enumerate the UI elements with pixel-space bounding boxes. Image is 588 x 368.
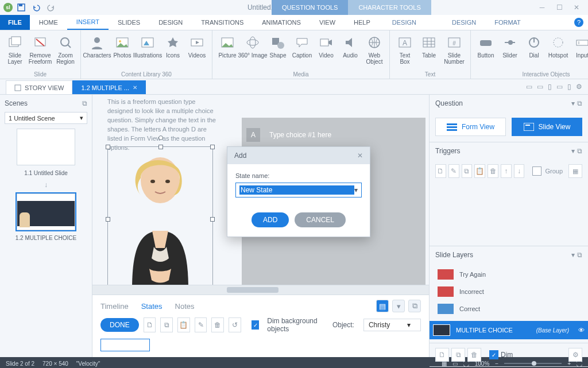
help-icon[interactable]: ? — [574, 18, 583, 27]
move-up-icon[interactable]: ↑ — [501, 164, 512, 178]
fit-window-icon[interactable]: ⛶ — [463, 361, 469, 367]
new-state-icon[interactable]: 🗋 — [144, 317, 156, 332]
tab-file[interactable]: FILE — [0, 15, 30, 30]
add-button[interactable]: ADD — [252, 212, 289, 227]
input-button[interactable]: Input — [572, 33, 588, 71]
copy-trigger-icon[interactable]: ⧉ — [462, 164, 473, 178]
characters-button[interactable]: Characters — [86, 33, 109, 71]
shape-button[interactable]: Shape — [268, 33, 288, 71]
object-dropdown[interactable]: Christy▾ — [363, 319, 421, 331]
visibility-icon[interactable]: 👁 — [578, 327, 585, 334]
tab-slides[interactable]: SLIDES — [109, 15, 149, 30]
audio-button[interactable]: Audio — [340, 33, 361, 71]
text-box-button[interactable]: AText Box — [394, 33, 415, 71]
edit-trigger-icon[interactable]: ✎ — [448, 164, 459, 178]
close-tab-icon[interactable]: ✕ — [133, 84, 137, 91]
view-grid-icon[interactable]: ▦ — [442, 361, 447, 367]
minimize-icon[interactable]: ─ — [534, 2, 550, 13]
delete-trigger-icon[interactable]: 🗑 — [488, 164, 498, 178]
icons-button[interactable]: Icons — [163, 33, 183, 71]
tab-timeline[interactable]: Timeline — [100, 302, 129, 311]
zoom-fit-icon[interactable]: ⛶ — [577, 361, 582, 367]
tab-design[interactable]: DESIGN — [149, 15, 192, 30]
paste-trigger-icon[interactable]: 📋 — [474, 164, 485, 178]
layer-incorrect[interactable]: Incorrect — [435, 284, 582, 299]
group-checkbox[interactable] — [532, 166, 541, 176]
dim-layers-checkbox[interactable]: ✓ — [489, 350, 498, 359]
tablet-portrait-icon[interactable]: ▯ — [548, 83, 552, 91]
phone-landscape-icon[interactable]: ▭ — [556, 83, 563, 91]
paste-state-icon[interactable]: 📋 — [177, 317, 190, 332]
remove-freeform-button[interactable]: Remove Freeform — [29, 33, 52, 71]
undo-icon[interactable] — [30, 1, 42, 14]
edit-state-icon[interactable]: ✎ — [195, 317, 207, 332]
move-down-icon[interactable]: ↓ — [514, 164, 525, 178]
desktop-view-icon[interactable]: ▭ — [526, 83, 532, 91]
save-icon[interactable] — [15, 1, 28, 14]
tablet-landscape-icon[interactable]: ▭ — [537, 83, 543, 91]
view-single-icon[interactable]: ▭ — [452, 361, 458, 367]
scrollbar-thumb[interactable] — [227, 287, 278, 293]
redo-icon[interactable] — [45, 1, 57, 14]
360-image-button[interactable]: 360° Image — [241, 33, 264, 71]
panel-menu-icon[interactable]: ▾ — [571, 147, 575, 155]
tab-notes[interactable]: Notes — [175, 302, 195, 311]
state-preview-thumb[interactable] — [100, 339, 150, 351]
tab-transitions[interactable]: TRANSITIONS — [192, 15, 253, 30]
photos-button[interactable]: Photos — [112, 33, 133, 71]
phone-portrait-icon[interactable]: ▯ — [567, 83, 571, 91]
panel-undock-icon[interactable]: ⧉ — [577, 147, 582, 155]
duplicate-layer-icon[interactable]: ⧉ — [451, 348, 465, 362]
videos-button[interactable]: Videos — [187, 33, 207, 71]
tab-states[interactable]: States — [141, 302, 163, 311]
state-name-input[interactable] — [239, 185, 354, 195]
story-view-tab[interactable]: STORY VIEW — [6, 80, 72, 94]
panel-undock-icon[interactable]: ⧉ — [577, 99, 582, 107]
layer-try-again[interactable]: Try Again — [435, 267, 582, 282]
cancel-button[interactable]: CANCEL — [295, 212, 346, 227]
panel-menu-icon[interactable]: ▾ — [571, 99, 575, 107]
duplicate-state-icon[interactable]: ⧉ — [160, 317, 173, 332]
caption-button[interactable]: Caption — [292, 33, 312, 71]
video-button[interactable]: Video — [316, 33, 336, 71]
button-button[interactable]: Button — [475, 33, 496, 71]
tab-question-design[interactable]: DESIGN — [383, 15, 425, 30]
maximize-icon[interactable]: ☐ — [551, 2, 567, 13]
zoom-handle[interactable] — [532, 361, 536, 366]
new-trigger-icon[interactable]: 🗋 — [435, 164, 446, 178]
dialog-close-icon[interactable]: ✕ — [357, 152, 363, 160]
slide-thumbnail-1[interactable] — [17, 129, 75, 165]
panel-menu-icon[interactable]: ▾ — [392, 300, 405, 312]
slide-view-button[interactable]: Slide View — [512, 118, 582, 136]
tab-insert[interactable]: INSERT — [67, 15, 109, 30]
horizontal-scrollbar[interactable] — [92, 285, 429, 295]
settings-gear-icon[interactable]: ⚙ — [576, 83, 582, 91]
form-view-button[interactable]: Form View — [435, 118, 506, 136]
picture-button[interactable]: Picture — [217, 33, 238, 71]
initial-state-icon[interactable]: ▤ — [376, 300, 389, 312]
selection-box[interactable] — [107, 146, 213, 285]
chevron-down-icon[interactable]: ▾ — [354, 186, 358, 194]
reset-state-icon[interactable]: ↺ — [229, 317, 241, 332]
scene-dropdown[interactable]: 1 Untitled Scene▾ — [5, 112, 87, 124]
dial-button[interactable]: Dial — [524, 33, 544, 71]
new-layer-icon[interactable]: 🗋 — [435, 348, 449, 362]
slide-thumbnail-2[interactable] — [17, 193, 75, 230]
state-name-combobox[interactable]: ▾ — [235, 183, 362, 197]
tab-animations[interactable]: ANIMATIONS — [253, 15, 310, 30]
tab-help[interactable]: HELP — [345, 15, 380, 30]
tab-home[interactable]: HOME — [30, 15, 67, 30]
layer-correct[interactable]: Correct — [435, 301, 582, 316]
illustrations-button[interactable]: Illustrations — [136, 33, 159, 71]
zoom-out-icon[interactable]: − — [495, 361, 498, 367]
web-object-button[interactable]: Web Object — [364, 33, 385, 71]
scenes-undock-icon[interactable]: ⧉ — [82, 99, 87, 107]
delete-layer-icon[interactable]: 🗑 — [467, 348, 481, 362]
slide-layer-button[interactable]: Slide Layer — [5, 33, 25, 71]
dim-checkbox[interactable]: ✓ — [252, 320, 259, 330]
slider-button[interactable]: Slider — [500, 33, 520, 71]
close-icon[interactable]: ✕ — [568, 2, 585, 13]
choice-row[interactable]: A Type choice #1 here — [246, 128, 331, 142]
zoom-slider[interactable] — [504, 363, 562, 364]
zoom-region-button[interactable]: Zoom Region — [55, 33, 76, 71]
